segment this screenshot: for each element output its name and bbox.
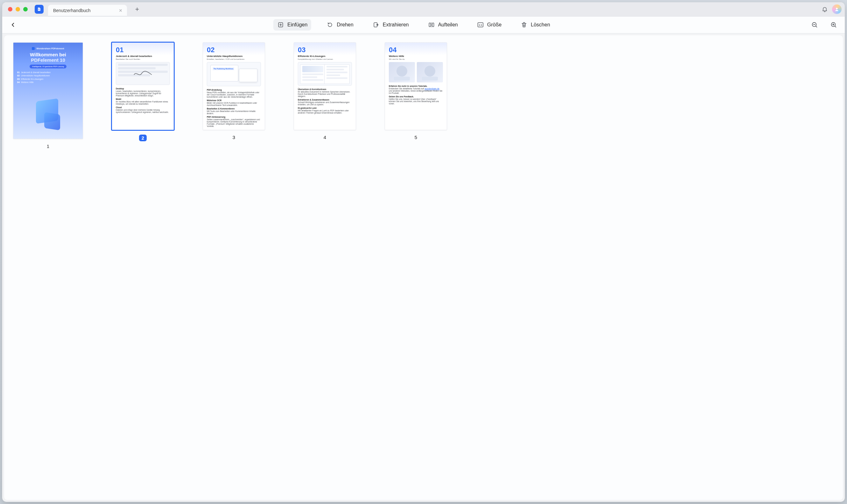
toc: 01Jederzeit & überall bearbeiten 02Unter… [17, 71, 79, 84]
titlebar: Benutzerhandbuch [2, 2, 845, 17]
new-tab-button[interactable] [133, 5, 142, 14]
trash-icon [521, 21, 527, 28]
svg-rect-1 [38, 9, 39, 9]
page-thumbnail-4[interactable]: 03 Effiziente KI-Lösungen Komplettlösung… [294, 42, 356, 140]
extract-button[interactable]: Extrahieren [369, 19, 413, 31]
welcome-title-1: Willkommen bei [17, 52, 79, 57]
window-minimize-button[interactable] [16, 7, 20, 12]
close-tab-icon[interactable] [118, 8, 123, 13]
page-preview: 02 Unterstützte Hauptfunktionen Erstelle… [203, 42, 265, 130]
app-window: Benutzerhandbuch Einfügen [2, 2, 845, 502]
page-thumbnail-1[interactable]: Wondershare PDFelement Willkommen bei PD… [13, 42, 83, 149]
mock-tag: The Publishing Workflows [213, 67, 234, 70]
help-images [389, 62, 443, 83]
insert-icon [277, 21, 284, 28]
section-title: Unterstützte Hauptfunktionen [207, 55, 261, 58]
screenshot-mock [298, 62, 352, 86]
back-button[interactable] [9, 21, 17, 29]
page-number: 5 [415, 134, 417, 140]
page-number: 1 [47, 144, 49, 149]
screenshot-mock [116, 62, 170, 85]
section-number: 01 [116, 47, 170, 53]
rotate-icon [326, 21, 334, 28]
section-subtitle: Wir sind für Sie da. [389, 58, 443, 60]
page-toolbar: Einfügen Drehen Extrahieren Aufteilen [2, 17, 845, 33]
zoom-controls [810, 21, 838, 29]
section-number: 03 [298, 47, 352, 53]
split-label: Aufteilen [438, 22, 458, 28]
page-preview: 01 Jederzeit & überall bearbeiten Bearbe… [112, 42, 174, 130]
size-label: Größe [487, 22, 502, 28]
svg-point-2 [836, 7, 837, 9]
notifications-icon[interactable] [820, 4, 829, 14]
window-zoom-button[interactable] [23, 7, 28, 12]
section-number: 04 [389, 47, 443, 53]
page-number: 4 [324, 134, 326, 140]
section-subtitle: Erstellen, bearbeiten, OCR und konvertie… [207, 58, 261, 60]
brand-text: Wondershare PDFelement [36, 48, 64, 50]
document-tab[interactable]: Benutzerhandbuch [48, 5, 127, 16]
delete-label: Löschen [531, 22, 550, 28]
size-button[interactable]: 1:1 Größe [473, 19, 505, 31]
section-title: Weitere Hilfe [389, 55, 443, 58]
brand: Wondershare PDFelement [17, 47, 79, 50]
page-thumbnail-5[interactable]: 04 Weitere Hilfe Wir sind für Sie da. Er… [385, 42, 447, 140]
rotate-label: Drehen [337, 22, 353, 28]
section-number: 02 [207, 47, 261, 53]
photo-placeholder [389, 62, 415, 83]
split-icon [428, 21, 435, 28]
zoom-in-button[interactable] [829, 21, 838, 29]
insert-button[interactable]: Einfügen [273, 19, 311, 31]
page-preview: 03 Effiziente KI-Lösungen Komplettlösung… [294, 42, 356, 130]
page-thumbnail-2[interactable]: 01 Jederzeit & überall bearbeiten Bearbe… [112, 42, 174, 141]
subtitle-pill: Intelligente, KI-gestützte PDF-Lösung [30, 65, 67, 68]
section-subtitle: Bearbeiten Sie noch flexibler. [116, 58, 170, 60]
window-close-button[interactable] [8, 7, 13, 12]
app-icon [35, 5, 43, 14]
thumbnail-grid: Wondershare PDFelement Willkommen bei PD… [13, 42, 834, 149]
thumbnail-panel[interactable]: Wondershare PDFelement Willkommen bei PD… [4, 35, 843, 500]
size-icon: 1:1 [477, 21, 484, 28]
traffic-lights [8, 7, 28, 12]
hero-graphic [29, 97, 67, 136]
tab-title: Benutzerhandbuch [53, 8, 91, 13]
extract-label: Extrahieren [383, 22, 409, 28]
delete-button[interactable]: Löschen [517, 19, 554, 31]
section-title: Effiziente KI-Lösungen [298, 55, 352, 58]
extract-icon [373, 21, 380, 28]
zoom-out-button[interactable] [810, 21, 819, 29]
svg-rect-5 [429, 23, 431, 27]
page-number: 3 [233, 134, 235, 140]
split-button[interactable]: Aufteilen [424, 19, 462, 31]
svg-text:1:1: 1:1 [479, 23, 482, 26]
photo-placeholder [417, 62, 443, 83]
welcome-title-2: PDFelement 10 [17, 57, 79, 63]
page-thumbnail-3[interactable]: 02 Unterstützte Hauptfunktionen Erstelle… [203, 42, 265, 140]
page-number: 2 [139, 134, 147, 141]
rotate-button[interactable]: Drehen [323, 19, 357, 31]
insert-label: Einfügen [287, 22, 307, 28]
screenshot-mock: The Publishing Workflows [207, 62, 261, 86]
section-subtitle: Komplettlösung zum Arbeiten und Lernen. [298, 58, 352, 60]
tutorials-link[interactable]: wondershare.de [425, 88, 439, 90]
section-title: Jederzeit & überall bearbeiten [116, 55, 170, 58]
svg-rect-6 [432, 23, 434, 27]
user-avatar[interactable] [832, 4, 842, 14]
page-preview: Wondershare PDFelement Willkommen bei PD… [13, 42, 83, 139]
toolbar-actions: Einfügen Drehen Extrahieren Aufteilen [273, 19, 554, 31]
page-preview: 04 Weitere Hilfe Wir sind für Sie da. Er… [385, 42, 447, 130]
